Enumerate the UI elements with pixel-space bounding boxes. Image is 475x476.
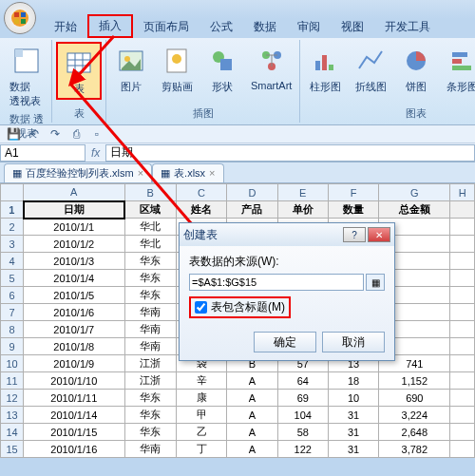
cell[interactable]: 3,782 [379,441,450,458]
save-button[interactable]: 💾 [6,126,21,142]
cell[interactable]: 甲 [176,407,226,424]
cell[interactable]: 2010/1/10 [24,372,125,390]
row-header[interactable]: 4 [1,253,24,270]
workbook-tab[interactable]: ▦百度经验控制列表.xlsm× [4,163,152,182]
cell[interactable]: 华北 [124,219,176,236]
cell[interactable]: 华南 [124,338,176,355]
select-all[interactable] [1,184,24,201]
row-header[interactable]: 12 [1,390,24,407]
cell[interactable] [450,407,475,424]
cell[interactable]: 2010/1/4 [24,270,125,287]
cell[interactable]: 2010/1/14 [24,407,125,424]
print-button[interactable]: ⎙ [68,126,84,142]
cell[interactable]: 31 [328,424,378,441]
col-header[interactable]: F [328,184,378,201]
cell[interactable]: 华东 [124,407,176,424]
cell[interactable]: 2010/1/11 [24,390,125,407]
close-icon[interactable]: × [209,167,215,179]
new-button[interactable]: ▫ [89,126,104,142]
cell[interactable]: 华南 [124,441,176,458]
cell[interactable]: A [227,372,277,390]
office-button[interactable] [4,2,36,34]
cell[interactable]: 2010/1/5 [24,287,125,304]
cell[interactable]: 2010/1/1 [24,219,125,236]
cell[interactable]: 辛 [176,372,226,390]
row-header[interactable]: 13 [1,407,24,424]
cell[interactable]: A [227,424,277,441]
headers-checkbox[interactable] [195,301,207,314]
header-cell[interactable]: 区域 [124,201,176,219]
col-header[interactable]: A [24,184,125,201]
cell[interactable]: 2010/1/9 [24,355,125,372]
cell[interactable] [450,236,475,253]
col-header[interactable]: H [450,184,475,201]
ok-button[interactable]: 确定 [254,332,316,352]
ribbon-col-button[interactable]: 柱形图 [304,42,346,96]
cell[interactable]: 69 [277,390,328,407]
col-header[interactable]: G [379,184,450,201]
cell[interactable]: 31 [328,441,378,458]
redo-button[interactable]: ↷ [48,126,63,142]
cell[interactable]: 58 [277,424,328,441]
col-header[interactable]: B [124,184,176,201]
cell[interactable]: 乙 [176,424,226,441]
ribbon-bar-button[interactable]: 条形图 [441,42,475,96]
tab-页面布局[interactable]: 页面布局 [133,16,200,38]
cell[interactable]: A [227,407,277,424]
ribbon-smart-button[interactable]: SmartArt [247,42,295,93]
cell[interactable]: 18 [328,372,378,390]
formula-input[interactable] [105,144,475,162]
cell[interactable]: A [227,390,277,407]
row-header[interactable]: 11 [1,372,24,390]
header-cell[interactable] [450,201,475,219]
name-box[interactable] [0,144,86,162]
cell[interactable] [450,304,475,321]
cell[interactable]: 122 [277,441,328,458]
dialog-range-input[interactable] [189,274,364,291]
header-cell[interactable]: 数量 [328,201,378,219]
cell[interactable] [450,338,475,355]
ribbon-table-button[interactable]: 表 [56,42,102,100]
range-picker-button[interactable]: ▦ [366,274,385,291]
cell[interactable]: 2,648 [379,424,450,441]
cell[interactable]: A [227,441,277,458]
header-cell[interactable]: 姓名 [176,201,226,219]
tab-公式[interactable]: 公式 [200,16,243,38]
cell[interactable]: 华东 [124,390,176,407]
ribbon-clip-button[interactable]: 剪贴画 [156,42,198,96]
row-header[interactable]: 1 [1,201,24,219]
cell[interactable]: 104 [277,407,328,424]
col-header[interactable]: C [176,184,226,201]
row-header[interactable]: 10 [1,355,24,372]
cell[interactable]: 31 [328,407,378,424]
row-header[interactable]: 3 [1,236,24,253]
header-cell[interactable]: 单价 [277,201,328,219]
ribbon-line-button[interactable]: 折线图 [350,42,391,96]
cell[interactable] [450,219,475,236]
cell[interactable]: 2010/1/8 [24,338,125,355]
cell[interactable]: 2010/1/2 [24,236,125,253]
row-header[interactable]: 14 [1,424,24,441]
cell[interactable]: 10 [328,390,378,407]
cell[interactable] [450,424,475,441]
undo-button[interactable]: ↶ [27,126,42,142]
cell[interactable]: 2010/1/6 [24,304,125,321]
dialog-close-button[interactable]: ✕ [368,227,390,242]
row-header[interactable]: 7 [1,304,24,321]
cell[interactable]: 690 [379,390,450,407]
tab-视图[interactable]: 视图 [331,16,374,38]
cell[interactable]: 1,152 [379,372,450,390]
header-cell[interactable]: 产品 [227,201,277,219]
cell[interactable]: 华东 [124,253,176,270]
col-header[interactable]: D [227,184,277,201]
ribbon-pie-button[interactable]: 饼图 [395,42,437,96]
cell[interactable] [450,321,475,338]
close-icon[interactable]: × [138,167,143,179]
header-cell[interactable]: 日期 [24,201,125,219]
cell[interactable]: 华北 [124,236,176,253]
cell[interactable] [450,253,475,270]
ribbon-shapes-button[interactable]: 形状 [201,42,243,96]
cell[interactable] [450,355,475,372]
row-header[interactable]: 15 [1,441,24,458]
cell[interactable] [450,287,475,304]
